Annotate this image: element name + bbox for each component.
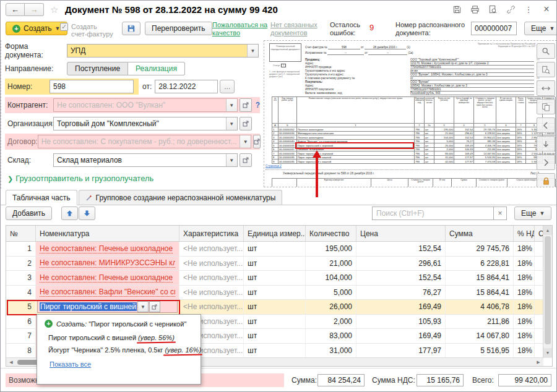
- sum-cell[interactable]: 211,86: [446, 315, 514, 329]
- sum-cell[interactable]: 15 864,41: [446, 286, 514, 300]
- lock-icon[interactable]: [537, 173, 555, 187]
- chevron-down-icon[interactable]: ▼: [240, 135, 251, 148]
- show-all-link[interactable]: Показать все: [37, 355, 201, 368]
- characteristic-cell[interactable]: <Не использует...: [179, 242, 244, 256]
- search-input[interactable]: Поиск (Ctrl+F): [372, 207, 493, 220]
- direction-postuplenie[interactable]: Поступление: [67, 62, 128, 75]
- counterparty-help[interactable]: ?: [256, 101, 260, 109]
- price-cell[interactable]: 177,97: [356, 344, 446, 358]
- sum-cell[interactable]: 6 228,81: [446, 257, 514, 271]
- characteristic-cell[interactable]: <Не использует...: [179, 271, 244, 285]
- save-icon[interactable]: [451, 3, 463, 15]
- sum-cell[interactable]: 29 745,76: [446, 242, 514, 256]
- chevron-down-icon[interactable]: ▼: [226, 117, 237, 130]
- save-button[interactable]: [122, 22, 140, 35]
- scroll-down-icon[interactable]: ▼: [543, 348, 552, 357]
- scroll-right-icon[interactable]: ▶: [533, 358, 543, 367]
- complain-quality-link[interactable]: Пожаловаться на качество: [212, 21, 277, 37]
- price-cell[interactable]: 152,54: [356, 271, 446, 285]
- open-icon[interactable]: [253, 135, 261, 148]
- no-linked-documents-link[interactable]: Нет связанных документов: [270, 21, 332, 37]
- unit-cell[interactable]: шт: [244, 344, 306, 358]
- price-cell[interactable]: 169,49: [356, 300, 446, 314]
- vat-cell[interactable]: 18%: [514, 257, 535, 271]
- quantity-cell[interactable]: 26,000: [306, 300, 356, 314]
- unit-cell[interactable]: шт: [244, 329, 306, 343]
- table-more-button[interactable]: Еще▼: [514, 207, 551, 220]
- clear-search-icon[interactable]: ×: [493, 207, 507, 220]
- vat-cell[interactable]: 18%: [514, 315, 535, 329]
- create-invoice-checkbox[interactable]: ✓: [60, 23, 68, 31]
- date-more-button[interactable]: ...: [220, 80, 235, 93]
- popup-item[interactable]: Йогурт "Черника" 2.5% пленка, 0.5кг (уве…: [37, 343, 201, 355]
- unit-cell[interactable]: шт: [244, 315, 306, 329]
- column-header[interactable]: Характеристика: [179, 226, 244, 241]
- column-header[interactable]: Номенклатура: [36, 226, 179, 241]
- table-row[interactable]: 4Не сопоставлен: Вафли "Венские" со сгу.…: [6, 286, 552, 300]
- vat-cell[interactable]: 18%: [514, 242, 535, 256]
- popup-create-item[interactable]: + Создать: "Пирог тирольский с черникой": [37, 315, 201, 330]
- recognized-number-field[interactable]: 000000007: [471, 22, 517, 35]
- quantity-cell[interactable]: 5,000: [306, 286, 356, 300]
- vat-cell[interactable]: 18%: [514, 271, 535, 285]
- page-zoom-icon[interactable]: [537, 62, 555, 77]
- quantity-cell[interactable]: 83,000: [306, 329, 356, 343]
- recheck-button[interactable]: Перепроверить: [145, 22, 212, 35]
- sum-cell[interactable]: 14 067,80: [446, 329, 514, 343]
- toolbar-more-button[interactable]: Еще▼: [524, 22, 557, 35]
- quantity-cell[interactable]: 195,000: [306, 242, 356, 256]
- tab-group-create[interactable]: Групповое создание нераспознанной номенк…: [79, 190, 283, 205]
- warehouse-field[interactable]: Склад материалов ▼: [53, 153, 238, 167]
- preview-icon[interactable]: [486, 3, 499, 15]
- price-cell[interactable]: 296,61: [356, 257, 446, 271]
- vertical-scrollbar[interactable]: ▲ ▼: [543, 226, 552, 357]
- table-row[interactable]: 3Не сопоставлен: Печенье шоколадное<Не и…: [6, 271, 552, 286]
- sum-cell[interactable]: 5 516,95: [446, 344, 514, 358]
- quantity-cell[interactable]: 104,000: [306, 271, 356, 285]
- chevron-down-icon[interactable]: ▼: [137, 301, 149, 312]
- chevron-right-icon[interactable]: [537, 155, 555, 170]
- open-icon[interactable]: [149, 301, 160, 312]
- chevron-down-icon[interactable]: ▼: [226, 99, 237, 111]
- nomenclature-cell[interactable]: Не сопоставлен: Печенье шоколадное: [36, 271, 179, 285]
- link-icon[interactable]: [504, 3, 517, 15]
- pages-icon[interactable]: [537, 99, 555, 114]
- forward-button[interactable]: →: [25, 3, 44, 16]
- scroll-left-icon[interactable]: ◀: [6, 358, 16, 367]
- unit-cell[interactable]: шт: [244, 257, 306, 271]
- table-row[interactable]: 5Пирог тирольский с вишней▼<Не используе…: [6, 300, 552, 315]
- column-header[interactable]: Сумма: [446, 226, 514, 241]
- counterparty-field[interactable]: Не сопоставлен: ООО "Вулкан" ▼: [53, 98, 238, 112]
- chevron-down-icon[interactable]: ▼: [226, 154, 237, 166]
- preview-page2-link[interactable]: Страница 2: [266, 164, 290, 169]
- characteristic-cell[interactable]: <Не использует...: [179, 257, 244, 271]
- number-field[interactable]: 598: [50, 80, 134, 93]
- unit-cell[interactable]: шт: [244, 271, 306, 285]
- price-cell[interactable]: 169,49: [356, 329, 446, 343]
- nomenclature-cell[interactable]: Не сопоставлен: Вафли "Венские" со сгу..…: [36, 286, 179, 300]
- favorite-star-icon[interactable]: ☆: [50, 4, 58, 15]
- column-header[interactable]: % НДС: [514, 226, 535, 241]
- open-icon[interactable]: [240, 153, 252, 167]
- open-icon[interactable]: [240, 117, 252, 130]
- column-header[interactable]: Цена: [356, 226, 446, 241]
- price-cell[interactable]: 105,93: [356, 315, 446, 329]
- vat-cell[interactable]: 18%: [514, 329, 535, 343]
- date-field[interactable]: 28.12.2022: [155, 80, 218, 93]
- create-button[interactable]: + Создать▼: [6, 22, 67, 35]
- column-header[interactable]: Единица измер...: [244, 226, 306, 241]
- vat-cell[interactable]: 18%: [514, 344, 535, 358]
- back-button[interactable]: ←: [6, 3, 25, 16]
- scroll-thumb[interactable]: [545, 236, 551, 344]
- chevron-down-icon[interactable]: [537, 136, 555, 151]
- price-cell[interactable]: 152,54: [356, 242, 446, 256]
- add-row-button[interactable]: Добавить: [6, 207, 52, 220]
- chevron-left-icon[interactable]: [537, 117, 555, 133]
- characteristic-cell[interactable]: <Не использует...: [179, 300, 244, 314]
- nomenclature-cell[interactable]: Не сопоставлен: Печенье шоколадное: [36, 242, 179, 256]
- sum-cell[interactable]: 15 864,41: [446, 271, 514, 285]
- more-menu-icon[interactable]: ⋮: [522, 3, 535, 15]
- nomenclature-cell[interactable]: Пирог тирольский с вишней▼: [36, 300, 179, 314]
- contract-field[interactable]: Не сопоставлен: С покупателем - руб.; по…: [38, 135, 252, 148]
- characteristic-cell[interactable]: <Не использует...: [179, 286, 244, 300]
